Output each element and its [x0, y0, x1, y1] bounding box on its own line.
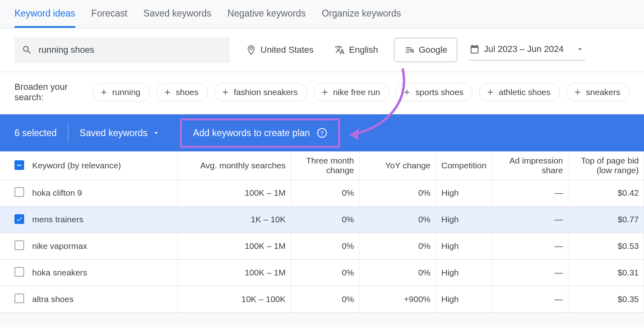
keyword-table: Keyword (by relevance) Avg. monthly sear… [0, 151, 644, 313]
col-yoy[interactable]: YoY change [359, 151, 436, 180]
dropdown-icon [152, 128, 161, 137]
search-input-wrapper[interactable] [14, 37, 230, 63]
plus-icon [221, 88, 230, 97]
broaden-search-row: Broaden your search: running shoes fashi… [0, 72, 644, 114]
selection-count: 6 selected [14, 128, 57, 139]
cell-ad-share: — [491, 233, 568, 259]
row-checkbox[interactable] [14, 240, 24, 250]
help-icon[interactable]: ? [317, 128, 327, 138]
row-checkbox[interactable] [14, 214, 24, 224]
col-top-bid-low[interactable]: Top of page bid (low range) [568, 151, 644, 180]
plus-icon [402, 88, 411, 97]
cell-avg: 1K – 10K [178, 206, 291, 233]
table-row: hoka clifton 9100K – 1M0%0%High—$0.42 [0, 180, 644, 206]
tab-forecast[interactable]: Forecast [91, 8, 127, 28]
row-checkbox[interactable] [14, 294, 24, 303]
col-three-month[interactable]: Three month change [291, 151, 359, 180]
table-header-row: Keyword (by relevance) Avg. monthly sear… [0, 151, 644, 180]
filter-bar: United States English Google Jul 2023 – … [0, 28, 644, 72]
cell-yoy: +900% [359, 286, 436, 313]
cell-keyword: altra shoes [29, 286, 178, 313]
plus-icon [486, 88, 495, 97]
network-label: Google [419, 45, 447, 55]
language-filter[interactable]: English [330, 41, 383, 59]
network-filter[interactable]: Google [394, 38, 457, 62]
plus-icon [99, 88, 108, 97]
cell-avg: 100K – 1M [178, 180, 291, 206]
cell-yoy: 0% [359, 259, 436, 286]
select-all-checkbox[interactable] [14, 160, 24, 170]
col-avg-searches[interactable]: Avg. monthly searches [178, 151, 291, 180]
row-checkbox[interactable] [14, 187, 24, 197]
col-ad-share[interactable]: Ad impression share [491, 151, 568, 180]
chip-fashion-sneakers[interactable]: fashion sneakers [214, 83, 307, 101]
search-input[interactable] [39, 45, 223, 55]
table-row: mens trainers1K – 10K0%0%High—$0.77 [0, 206, 644, 233]
cell-keyword: mens trainers [29, 206, 178, 233]
saved-keywords-dropdown[interactable]: Saved keywords [80, 128, 161, 139]
tab-negative-keywords[interactable]: Negative keywords [227, 8, 305, 28]
row-checkbox[interactable] [14, 267, 24, 277]
cell-bid: $0.31 [568, 259, 644, 286]
cell-ad-share: — [491, 206, 568, 233]
chip-nike-free-run[interactable]: nike free run [314, 83, 390, 101]
translate-icon [334, 45, 345, 55]
selection-bar: 6 selected Saved keywords Add keywords t… [0, 114, 644, 151]
cell-competition: High [436, 180, 491, 206]
cell-competition: High [436, 206, 491, 233]
cell-yoy: 0% [359, 180, 436, 206]
cell-three-month: 0% [291, 286, 359, 313]
cell-competition: High [436, 259, 491, 286]
calendar-icon [469, 44, 480, 54]
cell-keyword: nike vapormax [29, 233, 178, 259]
cell-ad-share: — [491, 286, 568, 313]
chip-running[interactable]: running [93, 83, 150, 101]
location-label: United States [260, 45, 314, 55]
cell-competition: High [436, 286, 491, 313]
cell-ad-share: — [491, 259, 568, 286]
cell-keyword: hoka sneakers [29, 259, 178, 286]
cell-three-month: 0% [291, 233, 359, 259]
plus-icon [320, 88, 329, 97]
plus-icon [573, 88, 582, 97]
network-icon [404, 45, 415, 55]
broaden-label: Broaden your search: [14, 82, 83, 103]
cell-competition: High [436, 233, 491, 259]
dropdown-icon [576, 44, 584, 54]
date-filter[interactable]: Jul 2023 – Jun 2024 [469, 40, 585, 60]
tab-organize-keywords[interactable]: Organize keywords [322, 8, 401, 28]
location-icon [246, 45, 256, 55]
chip-athletic-shoes[interactable]: athletic shoes [479, 83, 559, 101]
plus-icon [163, 88, 172, 97]
cell-keyword: hoka clifton 9 [29, 180, 178, 206]
tab-bar: Keyword ideas Forecast Saved keywords Ne… [0, 0, 644, 28]
language-label: English [349, 45, 378, 55]
cell-avg: 100K – 1M [178, 259, 291, 286]
cell-avg: 10K – 100K [178, 286, 291, 313]
cell-three-month: 0% [291, 259, 359, 286]
cell-avg: 100K – 1M [178, 233, 291, 259]
tab-keyword-ideas[interactable]: Keyword ideas [14, 8, 75, 28]
cell-bid: $0.53 [568, 233, 644, 259]
col-competition[interactable]: Competition [436, 151, 491, 180]
date-label: Jul 2023 – Jun 2024 [484, 44, 564, 54]
chip-shoes[interactable]: shoes [156, 83, 208, 101]
cell-bid: $0.77 [568, 206, 644, 233]
table-row: nike vapormax100K – 1M0%0%High—$0.53 [0, 233, 644, 259]
cell-yoy: 0% [359, 206, 436, 233]
cell-yoy: 0% [359, 233, 436, 259]
col-keyword[interactable]: Keyword (by relevance) [29, 151, 178, 180]
cell-bid: $0.35 [568, 286, 644, 313]
cell-bid: $0.42 [568, 180, 644, 206]
location-filter[interactable]: United States [241, 41, 318, 59]
cell-ad-share: — [491, 180, 568, 206]
table-row: altra shoes10K – 100K0%+900%High—$0.35 [0, 286, 644, 313]
svg-rect-1 [17, 165, 22, 166]
cell-three-month: 0% [291, 180, 359, 206]
add-keywords-create-plan-button[interactable]: Add keywords to create plan ? [180, 118, 340, 148]
cell-three-month: 0% [291, 206, 359, 233]
chip-sports-shoes[interactable]: sports shoes [396, 83, 473, 101]
search-icon [22, 45, 32, 55]
chip-sneakers[interactable]: sneakers [566, 83, 630, 101]
tab-saved-keywords[interactable]: Saved keywords [143, 8, 211, 28]
